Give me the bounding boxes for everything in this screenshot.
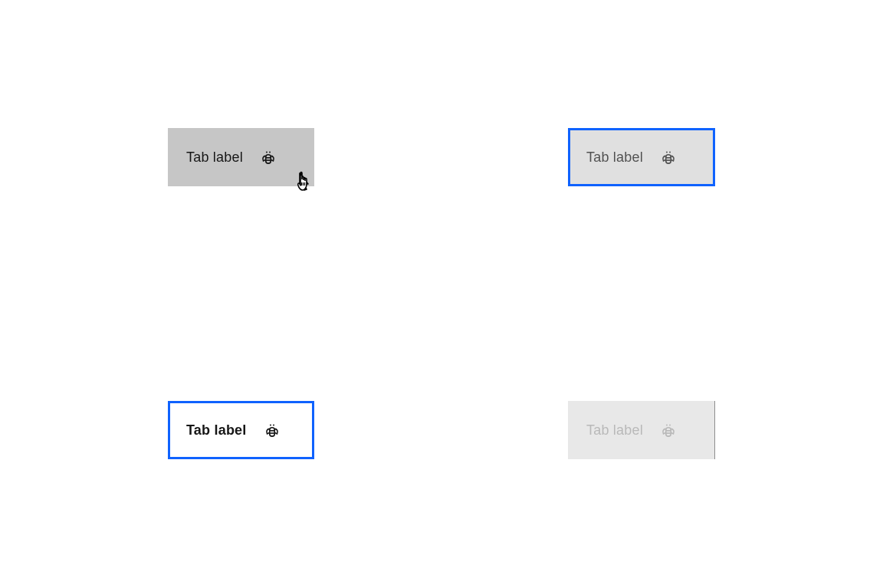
tab-label: Tab label	[186, 149, 243, 166]
bee-icon	[658, 147, 678, 167]
svg-rect-13	[269, 428, 274, 436]
tab-label: Tab label	[586, 149, 643, 166]
bee-icon	[262, 420, 282, 440]
svg-point-21	[666, 425, 668, 426]
svg-point-16	[269, 425, 271, 426]
tab-focus[interactable]: Tab label	[568, 128, 715, 186]
svg-rect-0	[266, 155, 271, 163]
svg-rect-8	[666, 155, 671, 163]
bee-icon	[258, 147, 278, 167]
tab-selected-focus[interactable]: Tab label	[168, 401, 314, 459]
tab-hover[interactable]: Tab label	[168, 128, 314, 186]
tab-label: Tab label	[186, 422, 247, 439]
svg-point-3	[266, 152, 268, 153]
svg-point-22	[669, 425, 671, 426]
tab-disabled: Tab label	[568, 401, 715, 459]
tab-label: Tab label	[586, 422, 643, 439]
svg-point-4	[269, 152, 271, 153]
bee-icon	[658, 420, 678, 440]
svg-point-17	[273, 425, 274, 426]
svg-point-12	[669, 152, 671, 153]
svg-point-11	[666, 152, 668, 153]
svg-rect-18	[666, 428, 671, 436]
